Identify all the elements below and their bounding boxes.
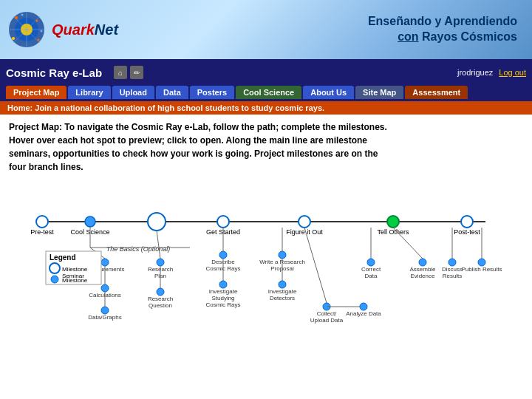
svg-point-8 [36, 20, 38, 22]
svg-text:Studying: Studying [211, 295, 234, 301]
tagline-con: con [398, 30, 418, 43]
tagline-line2: con Rayos Cósmicos [368, 30, 517, 45]
project-map-diagram: Pre-test Cool Science Get Started Figure… [9, 181, 511, 336]
svg-text:Upload Data: Upload Data [310, 317, 344, 324]
status-text: Home: Join a national collaboration of h… [7, 103, 324, 112]
quarknet-logo-icon [7, 10, 46, 49]
svg-point-92 [51, 276, 58, 283]
svg-point-20 [217, 216, 229, 228]
site-title: Cosmic Ray e-Lab [6, 66, 102, 79]
svg-point-26 [461, 216, 473, 228]
svg-text:Pre-test: Pre-test [30, 228, 54, 236]
svg-point-84 [478, 259, 485, 266]
svg-text:Milestone: Milestone [62, 266, 88, 273]
svg-point-89 [50, 263, 60, 273]
tagline-line1: Enseñando y Aprendiendo [368, 14, 517, 30]
tab-data[interactable]: Data [156, 86, 188, 99]
svg-point-22 [299, 216, 310, 228]
header-tagline: Enseñando y Aprendiendo con Rayos Cósmic… [368, 14, 517, 45]
svg-text:Collect/: Collect/ [317, 310, 337, 317]
tab-posters[interactable]: Posters [190, 86, 234, 99]
svg-point-37 [101, 307, 109, 314]
description-text: Project Map: To navigate the Cosmic Ray … [9, 120, 523, 174]
logo-area: QuarkNet [7, 10, 118, 49]
svg-text:Discuss: Discuss [442, 266, 463, 273]
logo-net: Net [95, 21, 118, 38]
tab-site-map[interactable]: Site Map [355, 86, 403, 99]
svg-point-52 [219, 281, 227, 288]
svg-point-7 [15, 16, 18, 19]
svg-line-43 [157, 231, 160, 259]
svg-text:Question: Question [149, 302, 172, 309]
username-label: jrodriguez [457, 68, 493, 77]
tab-cool-science[interactable]: Cool Science [236, 86, 301, 99]
tagline-suffix: Rayos Cósmicos [419, 30, 517, 43]
logo-quark: Quark [52, 21, 95, 38]
menu-tabs: Project Map Library Upload Data Posters … [0, 86, 532, 101]
project-map-area: Pre-test Cool Science Get Started Figure… [9, 181, 523, 338]
svg-text:Investigate: Investigate [209, 288, 238, 295]
svg-text:Research: Research [148, 296, 173, 302]
svg-text:Cosmic Rays: Cosmic Rays [205, 301, 240, 308]
svg-point-57 [279, 251, 286, 259]
svg-text:Correct: Correct [361, 266, 381, 273]
svg-point-10 [38, 39, 40, 41]
tab-project-map[interactable]: Project Map [6, 86, 66, 99]
svg-point-16 [85, 216, 95, 227]
svg-line-68 [304, 228, 327, 303]
svg-point-9 [12, 37, 15, 40]
svg-point-76 [419, 259, 426, 266]
header: QuarkNet Enseñando y Aprendiendo con Ray… [0, 0, 532, 59]
svg-text:Publish Results: Publish Results [461, 266, 502, 273]
svg-point-31 [101, 259, 109, 266]
svg-text:Data: Data [365, 273, 378, 279]
tab-upload[interactable]: Upload [112, 86, 154, 99]
nav-bar: Cosmic Ray e-Lab ⌂ ✏ jrodriguez Log out [0, 59, 532, 86]
svg-point-24 [387, 216, 399, 228]
svg-text:Investigate: Investigate [268, 288, 297, 295]
svg-point-61 [279, 281, 286, 288]
svg-point-69 [360, 303, 367, 310]
svg-text:Results: Results [443, 273, 463, 279]
main-content: Project Map: To navigate the Cosmic Ray … [0, 115, 532, 344]
svg-text:Assemble: Assemble [409, 266, 436, 273]
svg-point-11 [21, 14, 24, 16]
svg-text:Data/Graphs: Data/Graphs [88, 314, 121, 321]
svg-point-48 [219, 251, 227, 259]
svg-point-40 [157, 259, 164, 266]
svg-text:Post-test: Post-test [454, 228, 480, 236]
tab-assessment[interactable]: Assessment [405, 86, 468, 99]
status-bar: Home: Join a national collaboration of h… [0, 101, 532, 115]
svg-text:Detectors: Detectors [270, 295, 295, 301]
home-icon-btn[interactable]: ⌂ [114, 66, 127, 79]
svg-point-19 [148, 213, 166, 231]
svg-point-12 [41, 30, 43, 33]
svg-point-80 [449, 259, 456, 266]
svg-text:The Basics (Optional): The Basics (Optional) [106, 245, 171, 253]
svg-text:Legend: Legend [50, 253, 76, 262]
svg-point-44 [157, 288, 164, 296]
tab-library[interactable]: Library [68, 86, 110, 99]
tab-about-us[interactable]: About Us [303, 86, 354, 99]
nav-icons: ⌂ ✏ [114, 66, 143, 79]
svg-point-72 [367, 259, 375, 266]
svg-point-14 [36, 216, 48, 228]
logout-button[interactable]: Log out [499, 68, 526, 77]
svg-text:Tell Others: Tell Others [377, 228, 409, 236]
svg-point-34 [101, 284, 109, 292]
logo-text: QuarkNet [52, 21, 118, 38]
svg-text:Evidence: Evidence [411, 273, 435, 279]
svg-text:Analyze Data: Analyze Data [346, 310, 381, 317]
pencil-icon-btn[interactable]: ✏ [130, 66, 143, 79]
user-area: jrodriguez Log out [457, 68, 526, 77]
svg-text:Milestone: Milestone [62, 277, 88, 284]
